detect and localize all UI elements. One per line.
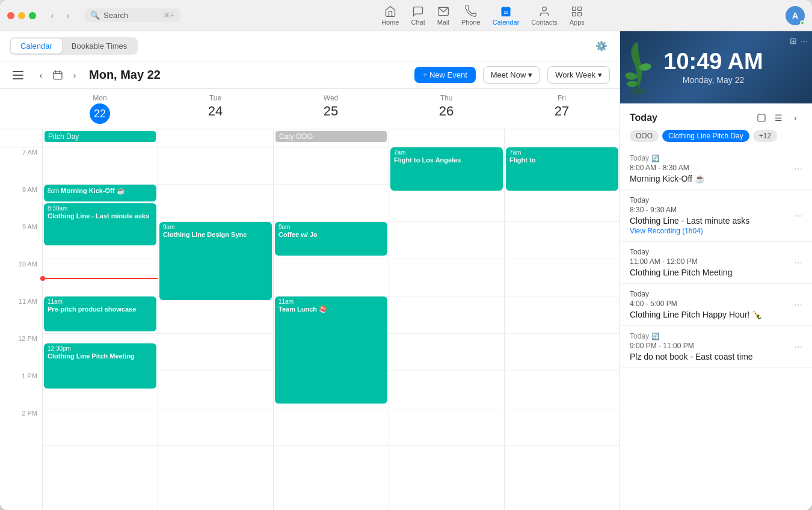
day-col-mon: 8am Morning Kick-Off ☕ 8:30am Clothing L… <box>42 147 158 510</box>
fullscreen-button[interactable] <box>29 12 36 19</box>
nav-chat[interactable]: Chat <box>411 5 425 26</box>
event-1-title: Morning Kick-Off ☕ <box>630 174 705 183</box>
meet-now-button[interactable]: Meet Now ▾ <box>483 66 541 84</box>
svg-point-6 <box>543 7 547 11</box>
svg-rect-16 <box>60 70 61 73</box>
nav-icons: Home Chat Mail Phone 22 Calendar <box>185 5 781 26</box>
today-list-button[interactable]: ☰ <box>771 111 786 125</box>
minimize-button[interactable] <box>18 12 25 19</box>
tab-calendar[interactable]: Calendar <box>11 38 62 54</box>
today-navigation: ☰ › <box>754 111 802 125</box>
nav-home[interactable]: Home <box>381 5 399 26</box>
close-button[interactable] <box>7 12 14 19</box>
today-title: Today <box>630 112 749 123</box>
today-event-4: Today 4:00 - 5:00 PM Clothing Line Pitch… <box>620 284 812 326</box>
event-prepitch[interactable]: 11am Pre-pitch product showcase <box>44 296 156 331</box>
calendar-toolbar: Calendar Bookable Times ⚙️ <box>0 31 620 61</box>
calendar-body: 7 AM 8 AM 9 AM 10 AM 11 AM 12 PM 1 PM 2 … <box>0 147 620 510</box>
traffic-lights <box>7 12 36 19</box>
allday-event-caty[interactable]: Caty OOO <box>275 131 387 142</box>
nav-calendar[interactable]: 22 Calendar <box>493 5 520 26</box>
repeat-icon: 🔄 <box>651 155 660 162</box>
today-event-1: Today 🔄 8:00 AM - 8:30 AM Morning Kick-O… <box>620 148 812 190</box>
svg-text:22: 22 <box>504 11 508 14</box>
sidebar-toggle-button[interactable] <box>10 67 26 84</box>
svg-rect-17 <box>54 73 62 74</box>
event-designsync[interactable]: 9am Clothing Line Design Sync <box>159 222 272 300</box>
allday-mon: Pitch Day <box>42 129 158 147</box>
widget-more-icon[interactable]: ··· <box>801 36 808 46</box>
event-coffee[interactable]: 9am Coffee w/ Jo <box>275 222 387 256</box>
day-headers: Mon 22 Tue 24 Wed 25 Thu 26 <box>0 89 620 129</box>
search-input[interactable]: Search <box>103 11 160 20</box>
new-event-button[interactable]: + New Event <box>414 67 476 83</box>
nav-contacts[interactable]: Contacts <box>531 5 557 26</box>
next-period-button[interactable]: › <box>67 68 82 82</box>
right-panel: 10:49 AM Monday, May 22 ⊞ ··· Today ☰ <box>620 31 812 510</box>
tag-clothing[interactable]: Clothing Line Pitch Day <box>662 130 749 142</box>
widget-controls: ⊞ ··· <box>790 36 808 46</box>
today-event-2: Today 8:30 - 9:30 AM Clothing Line - Las… <box>620 190 812 242</box>
event-2-menu[interactable]: ··· <box>795 210 802 221</box>
forward-button[interactable]: › <box>61 9 75 22</box>
svg-rect-15 <box>55 70 57 73</box>
nav-home-label: Home <box>381 19 399 26</box>
svg-rect-3 <box>503 6 505 8</box>
today-event-5: Today 🔄 9:00 PM - 11:00 PM Plz do not bo… <box>620 326 812 368</box>
tag-ooo[interactable]: OOO <box>630 130 659 142</box>
today-next-button[interactable]: › <box>788 111 802 125</box>
widget-grid-icon[interactable]: ⊞ <box>790 36 797 46</box>
event-teamlunch[interactable]: 11am Team Lunch 🍣 <box>275 296 387 404</box>
event-4-menu[interactable]: ··· <box>795 300 802 310</box>
svg-rect-14 <box>54 72 62 79</box>
event-5-title: Plz do not book - East coast time <box>630 352 753 361</box>
event-pitchmeeting[interactable]: 12:30pm Clothing Line Pitch Meeting <box>44 343 156 389</box>
svg-rect-9 <box>573 12 576 16</box>
profile-avatar[interactable]: A <box>786 6 805 25</box>
titlebar: ‹ › 🔍 Search ⌘F Home Chat Mail <box>0 0 812 31</box>
nav-calendar-label: Calendar <box>493 19 520 26</box>
event-morning-kickoff[interactable]: 8am Morning Kick-Off ☕ <box>44 185 156 201</box>
nav-mail-label: Mail <box>437 19 449 26</box>
event-3-menu[interactable]: ··· <box>795 257 802 268</box>
day-header-fri: Fri 27 <box>504 89 620 129</box>
nav-contacts-label: Contacts <box>531 19 557 26</box>
event-fam-flight[interactable]: 7am Flight to <box>506 147 618 191</box>
today-prev-button[interactable] <box>754 111 769 125</box>
day-header-wed: Wed 25 <box>273 89 389 129</box>
day-header-tue: Tue 24 <box>158 89 273 129</box>
back-button[interactable]: ‹ <box>46 9 59 22</box>
event-5-menu[interactable]: ··· <box>795 342 802 352</box>
nav-mail[interactable]: Mail <box>437 5 449 26</box>
search-bar[interactable]: 🔍 Search ⌘F <box>84 8 180 22</box>
search-icon: 🔍 <box>90 11 100 20</box>
event-2-title: Clothing Line - Last minute asks <box>630 216 749 226</box>
nav-apps[interactable]: Apps <box>570 5 585 26</box>
view-selector-button[interactable]: Work Week ▾ <box>547 66 610 84</box>
tag-more[interactable]: +12 <box>753 130 777 142</box>
plant-decoration <box>620 34 656 100</box>
day-col-tue: 9am Clothing Line Design Sync <box>158 147 273 510</box>
svg-point-18 <box>631 88 645 95</box>
prev-period-button[interactable]: ‹ <box>34 68 48 82</box>
svg-rect-19 <box>758 114 765 121</box>
event-4-title: Clothing Line Pitch Happy Hour! 🍾 <box>630 310 762 319</box>
day-col-fri: 7am Flight to <box>504 147 620 510</box>
event-1-menu[interactable]: ··· <box>795 164 802 174</box>
allday-fri <box>504 129 620 147</box>
event-clothing-lastminute[interactable]: 8:30am Clothing Line - Last minute asks <box>44 203 156 245</box>
event-flight-la[interactable]: 7am Flight to Los Angeles <box>390 147 503 191</box>
svg-rect-11 <box>13 71 23 72</box>
svg-rect-13 <box>13 78 23 79</box>
event-3-title: Clothing Line Pitch Meeting <box>630 268 732 277</box>
event-2-sub[interactable]: View Recording (1h04) <box>630 227 749 235</box>
svg-rect-7 <box>573 7 576 10</box>
tab-bar: Calendar Bookable Times <box>10 37 138 55</box>
nav-phone[interactable]: Phone <box>461 5 481 26</box>
day-header-mon: Mon 22 <box>42 89 158 129</box>
tab-bookable[interactable]: Bookable Times <box>62 38 137 54</box>
settings-button[interactable]: ⚙️ <box>593 38 610 55</box>
allday-event-pitch[interactable]: Pitch Day <box>45 131 156 142</box>
mini-calendar-button[interactable] <box>51 68 65 82</box>
time-widget: 10:49 AM Monday, May 22 ⊞ ··· <box>620 31 812 103</box>
